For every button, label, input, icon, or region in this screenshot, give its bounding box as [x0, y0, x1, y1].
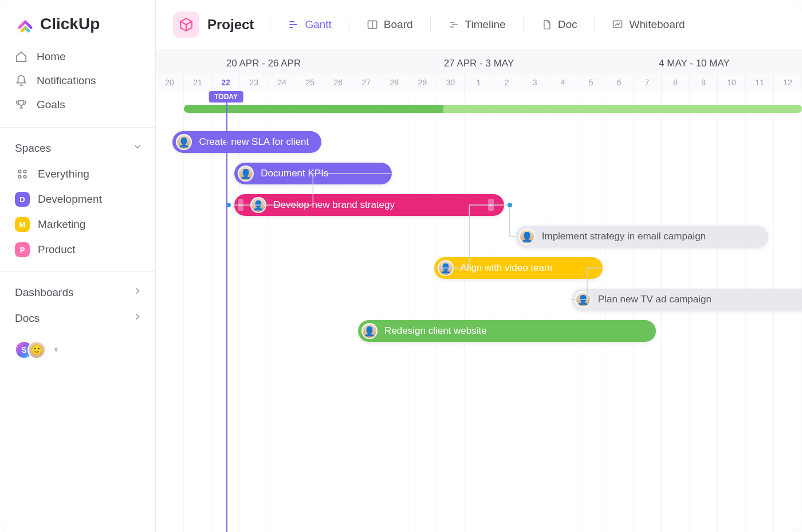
grid-column	[493, 91, 521, 532]
grid-column	[296, 91, 324, 532]
dashboards-header[interactable]: Dashboards	[0, 275, 155, 306]
docs-label: Docs	[15, 312, 40, 325]
project-chip[interactable]: Project	[173, 11, 254, 38]
day-cell[interactable]: 10	[718, 74, 746, 91]
spaces-header[interactable]: Spaces	[0, 131, 155, 161]
nav-home-label: Home	[37, 50, 66, 63]
gantt-icon	[288, 19, 299, 30]
day-cell[interactable]: 29	[408, 74, 437, 91]
day-cell[interactable]: 25	[296, 74, 324, 91]
svg-point-2	[18, 175, 21, 178]
space-development[interactable]: D Development	[7, 187, 148, 212]
grid-column	[184, 91, 212, 532]
task-label: Implement strategy in email campaign	[542, 231, 706, 242]
space-marketing-label: Marketing	[38, 218, 85, 231]
day-cell[interactable]: 2	[493, 74, 521, 91]
tab-timeline-label: Timeline	[465, 18, 506, 31]
grid-column	[437, 91, 465, 532]
doc-icon	[541, 19, 552, 30]
spaces-label: Spaces	[15, 142, 51, 155]
grid-column	[746, 91, 774, 532]
tab-whiteboard[interactable]: Whiteboard	[611, 15, 686, 34]
task-label: Plan new TV ad campaign	[598, 294, 711, 305]
day-cell[interactable]: 23	[240, 74, 268, 91]
day-cell[interactable]: 5	[577, 74, 606, 91]
grid-column	[324, 91, 352, 532]
dependency-connector	[569, 266, 605, 302]
day-cell[interactable]: 12	[774, 74, 802, 91]
day-cell[interactable]: 22	[212, 74, 240, 91]
grid-column	[690, 91, 718, 532]
day-cell[interactable]: 21	[184, 74, 212, 91]
user-switcher[interactable]: S ▼	[0, 332, 155, 359]
grid-column	[718, 91, 746, 532]
day-cell[interactable]: 28	[380, 74, 408, 91]
space-marketing[interactable]: M Marketing	[7, 212, 148, 237]
divider	[270, 17, 270, 33]
tab-gantt-label: Gantt	[305, 18, 331, 31]
day-cell[interactable]: 9	[690, 74, 718, 91]
grid-column	[549, 91, 577, 532]
day-cell[interactable]: 4	[549, 74, 577, 91]
home-icon	[15, 50, 27, 63]
grid-column	[521, 91, 549, 532]
tab-doc-label: Doc	[558, 18, 577, 31]
tab-gantt[interactable]: Gantt	[286, 15, 332, 34]
nav-home[interactable]: Home	[7, 45, 148, 69]
grid-column	[268, 91, 296, 532]
dashboards-label: Dashboards	[15, 286, 73, 299]
divider	[523, 17, 524, 33]
spaces-list: Everything D Development M Marketing P P…	[0, 161, 155, 268]
day-cell[interactable]: 11	[746, 74, 774, 91]
space-badge-marketing: M	[15, 217, 30, 232]
task-bar[interactable]: 👤Redesign client website	[358, 320, 656, 342]
nav-notifications[interactable]: Notifications	[7, 69, 148, 93]
day-cell[interactable]: 8	[662, 74, 690, 91]
week-label: 20 APR - 26 APR	[156, 58, 371, 69]
day-cell[interactable]: 30	[437, 74, 465, 91]
tab-timeline[interactable]: Timeline	[447, 15, 507, 34]
tab-doc[interactable]: Doc	[540, 15, 579, 34]
task-bar[interactable]: 👤Plan new TV ad campaign	[572, 289, 802, 310]
today-chip: TODAY	[209, 91, 243, 103]
chevron-right-icon	[132, 312, 143, 325]
docs-header[interactable]: Docs	[0, 306, 155, 332]
grid-column	[634, 91, 662, 532]
day-cell[interactable]: 6	[606, 74, 634, 91]
space-development-label: Development	[38, 193, 102, 206]
cube-icon	[173, 11, 199, 38]
assignee-avatar[interactable]: 👤	[519, 228, 535, 245]
assignee-avatar[interactable]: 👤	[361, 323, 378, 339]
grid-column	[465, 91, 493, 532]
divider	[594, 17, 595, 33]
day-cell[interactable]: 1	[465, 74, 493, 91]
space-everything[interactable]: Everything	[7, 161, 148, 187]
task-bar[interactable]: 👤Create new SLA for client	[172, 131, 321, 153]
grid-column	[606, 91, 634, 532]
day-cell[interactable]: 20	[156, 74, 184, 91]
grid-icon	[15, 167, 30, 182]
tab-board[interactable]: Board	[365, 15, 414, 34]
grid-column	[577, 91, 606, 532]
brand-logo[interactable]: ClickUp	[0, 0, 155, 45]
week-label: 4 MAY - 10 MAY	[587, 58, 802, 69]
grid-column	[156, 91, 184, 532]
gantt-canvas[interactable]: TODAY👤Create new SLA for client👤Document…	[156, 91, 802, 532]
day-cell[interactable]: 27	[352, 74, 380, 91]
day-cell[interactable]: 26	[324, 74, 352, 91]
day-cell[interactable]: 7	[634, 74, 662, 91]
day-cell[interactable]: 24	[268, 74, 296, 91]
task-bar[interactable]: 👤Implement strategy in email campaign	[516, 226, 768, 247]
grid-column	[662, 91, 690, 532]
space-product[interactable]: P Product	[7, 237, 148, 262]
nav-notifications-label: Notifications	[37, 74, 96, 87]
assignee-avatar[interactable]: 👤	[176, 134, 192, 150]
week-row: 20 APR - 26 APR 27 APR - 3 MAY 4 MAY - 1…	[156, 51, 802, 74]
grid-lines	[156, 91, 802, 532]
day-cell[interactable]: 3	[521, 74, 549, 91]
grid-column	[380, 91, 408, 532]
tab-board-label: Board	[384, 18, 413, 31]
nav-goals[interactable]: Goals	[7, 93, 148, 117]
bell-icon	[15, 74, 27, 87]
task-label: Create new SLA for client	[199, 136, 309, 148]
